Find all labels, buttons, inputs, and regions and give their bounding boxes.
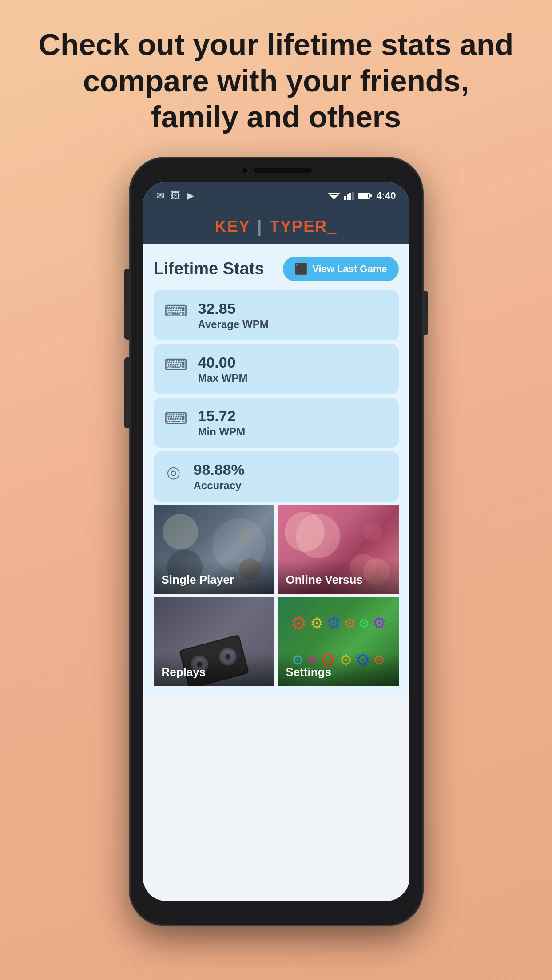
phone-shell: ✉ 🖼 ▶ [130,158,423,925]
app-title-key: KEY [215,217,250,236]
target-icon: ◎ [164,463,183,482]
stat-value-min: 15.72 [198,407,246,425]
stat-accuracy: ◎ 98.88% Accuracy [154,451,399,502]
replays-label: Replays [154,652,274,686]
svg-rect-4 [349,193,351,200]
speaker-bar [254,168,312,173]
svg-rect-5 [352,192,354,200]
status-bar-right: 4:40 [328,190,396,202]
keyboard-icon-min: ⌨ [164,409,187,428]
stat-average-wpm: ⌨ 32.85 Average WPM [154,290,399,340]
status-bar-left: ✉ 🖼 ▶ [156,190,194,202]
status-time: 4:40 [376,190,396,202]
menu-grid: Single Player Online Versus [154,505,399,686]
battery-icon [358,192,372,199]
mail-icon: ✉ [156,190,164,202]
gear-orange: ⚙ [344,616,356,631]
stat-label-max: Max WPM [198,372,248,384]
phone-camera-area [241,166,312,174]
camera-dot [241,166,249,174]
svg-rect-8 [370,194,372,197]
app-title: KEY | TYPER_ [215,217,338,236]
stat-value-average: 32.85 [198,300,269,317]
svg-rect-7 [359,194,368,198]
gear-purple: ⚙ [372,614,386,632]
main-content: Lifetime Stats ⬛ View Last Game ⌨ 32.85 … [143,244,409,697]
stat-label-average: Average WPM [198,318,269,331]
view-last-game-button[interactable]: ⬛ View Last Game [283,257,398,281]
phone-screen: ✉ 🖼 ▶ [143,182,409,901]
view-last-game-icon: ⬛ [294,263,308,275]
app-bar: KEY | TYPER_ [143,209,409,244]
gear-green: ⚙ [358,616,369,631]
image-icon: 🖼 [171,190,180,202]
status-bar: ✉ 🖼 ▶ [143,182,409,209]
stat-label-min: Min WPM [198,426,246,438]
online-versus-label: Online Versus [278,560,399,594]
wifi-icon [328,192,340,200]
stat-info-average: 32.85 Average WPM [198,300,269,331]
single-player-label: Single Player [154,560,274,594]
menu-item-replays[interactable]: Replays [154,597,274,686]
settings-label: Settings [278,652,399,686]
keyboard-icon-max: ⌨ [164,356,187,374]
menu-item-settings[interactable]: ⚙ ⚙ ⚙ ⚙ ⚙ ⚙ ⚙ ⚙ ⚙ ⚙ ⚙ ⚙ [278,597,399,686]
lifetime-stats-title: Lifetime Stats [154,259,264,278]
stat-label-accuracy: Accuracy [194,479,245,492]
stat-info-accuracy: 98.88% Accuracy [194,461,245,492]
app-title-typer: TYPER_ [270,217,337,236]
stat-min-wpm: ⌨ 15.72 Min WPM [154,398,399,448]
svg-rect-2 [344,196,346,200]
stat-max-wpm: ⌨ 40.00 Max WPM [154,344,399,394]
headline-text: Check out your lifetime stats and compar… [0,0,552,153]
app-title-sep: | [257,217,262,236]
menu-item-online-versus[interactable]: Online Versus [278,505,399,594]
phone-mockup: ✉ 🖼 ▶ [130,158,423,925]
play-store-icon: ▶ [187,190,194,202]
signal-icon [344,192,354,200]
gear-yellow: ⚙ [310,614,323,632]
stat-info-max: 40.00 Max WPM [198,354,248,384]
view-last-game-label: View Last Game [312,263,387,275]
stat-value-accuracy: 98.88% [194,461,245,478]
menu-item-single-player[interactable]: Single Player [154,505,274,594]
stat-value-max: 40.00 [198,354,248,371]
gear-red: ⚙ [290,612,307,634]
stats-header: Lifetime Stats ⬛ View Last Game [154,257,399,281]
keyboard-icon-avg: ⌨ [164,302,187,320]
svg-rect-3 [347,194,349,200]
stat-info-min: 15.72 Min WPM [198,407,246,438]
gear-blue: ⚙ [326,613,341,633]
